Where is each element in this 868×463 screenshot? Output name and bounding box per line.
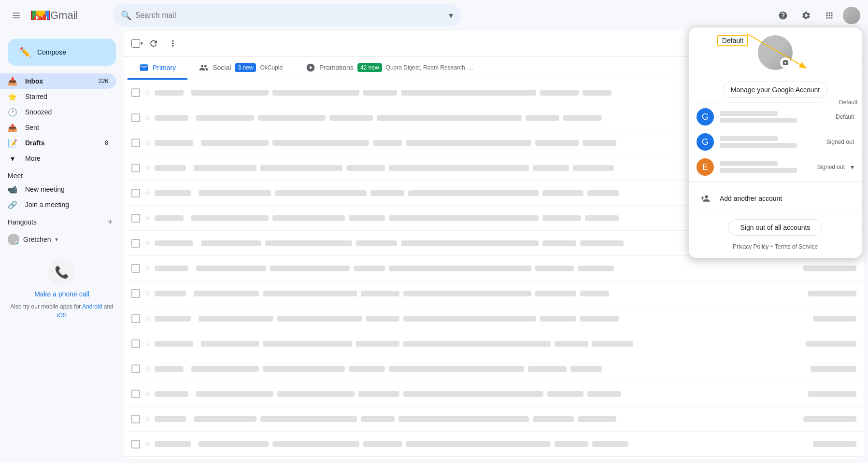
select-all-checkbox[interactable] [131,39,140,48]
privacy-link[interactable]: Privacy Policy [733,243,769,250]
row-checkbox[interactable] [131,314,140,323]
divider-2 [689,182,862,182]
row-star[interactable]: ☆ [144,113,151,122]
new-meeting-item[interactable]: 📹 New meeting [0,182,116,197]
add-account-item[interactable]: Add another account [689,184,862,213]
row-checkbox[interactable] [131,289,140,298]
row-star[interactable]: ☆ [144,414,151,423]
email-row[interactable]: ☆ [124,356,864,381]
row-checkbox[interactable] [131,339,140,348]
row-checkbox[interactable] [131,239,140,248]
acct-email-3 [720,168,797,173]
email-row[interactable]: ☆ [124,381,864,407]
account-item-3[interactable]: E Signed out ▾ [689,154,862,180]
tab-primary[interactable]: Primary [128,56,187,80]
account-avatar-large [758,35,793,70]
tab-social-label: Social [213,64,231,71]
sidebar-item-more[interactable]: ▾ More [0,151,116,166]
tab-social-sub: OkCupid [260,64,283,71]
account-item-1[interactable]: G Default [689,104,862,129]
row-star[interactable]: ☆ [144,138,151,147]
row-star[interactable]: ☆ [144,239,151,248]
hangout-user-item[interactable]: Gretchen ▾ [8,232,116,247]
row-star[interactable]: ☆ [144,439,151,449]
new-meeting-label: New meeting [25,185,65,193]
help-button[interactable] [773,6,793,25]
row-checkbox[interactable] [131,415,140,423]
row-star[interactable]: ☆ [144,289,151,298]
camera-icon[interactable] [780,57,791,68]
row-checkbox[interactable] [131,214,140,223]
compose-button[interactable]: ✏️ Compose [8,39,116,66]
sidebar-item-drafts[interactable]: 📝 Drafts 8 [0,135,116,151]
menu-button[interactable] [8,6,27,25]
manage-google-account-button[interactable]: Manage your Google Account [723,82,828,98]
account-dropdown: Manage your Google Account G Default G S… [688,27,862,258]
dropdown-footer: Privacy Policy • Terms of Service [689,239,862,258]
search-input[interactable] [135,11,445,20]
row-checkbox[interactable] [131,264,140,273]
join-meeting-item[interactable]: 🔗 Join a meeting [0,197,116,212]
apps-button[interactable] [820,6,839,25]
email-row[interactable]: ☆ [124,306,864,331]
acct-status-3: Signed out [817,164,845,170]
email-row[interactable]: ☆ [124,407,864,432]
acct-avatar-1: G [697,108,714,126]
hangout-user-name: Gretchen [23,236,51,243]
email-row[interactable]: ☆ [124,432,864,457]
search-options-icon[interactable]: ▾ [449,10,453,21]
topbar: Gmail 🔍 ▾ [0,0,868,31]
sidebar-item-sent[interactable]: 📤 Sent [0,120,116,135]
email-row[interactable]: ☆ [124,331,864,356]
row-checkbox[interactable] [131,390,140,398]
acct-avatar-2: G [697,133,714,151]
row-checkbox[interactable] [131,365,140,373]
row-checkbox[interactable] [131,440,140,449]
acct-info-1 [720,111,830,123]
more-actions-button[interactable] [164,35,182,52]
row-content [155,341,856,347]
dropdown-top [689,28,862,78]
acct-email-2 [720,143,797,148]
row-checkbox[interactable] [131,139,140,147]
row-checkbox[interactable] [131,113,140,122]
sign-out-button[interactable]: Sign out of all accounts [728,219,823,236]
android-link[interactable]: Android [82,303,102,310]
account-item-2[interactable]: G Signed out [689,129,862,154]
row-star[interactable]: ☆ [144,88,151,97]
email-row[interactable]: ☆ [124,457,864,459]
ios-link[interactable]: iOS [57,312,67,319]
row-checkbox[interactable] [131,189,140,197]
more-icon: ▾ [8,154,17,163]
phone-link[interactable]: Make a phone call [34,290,89,298]
email-row[interactable]: ☆ [124,256,864,281]
row-content [155,391,856,397]
refresh-button[interactable] [145,35,162,52]
sidebar-item-starred[interactable]: ⭐ Starred [0,89,116,104]
search-bar[interactable]: 🔍 ▾ [113,4,461,27]
tab-social[interactable]: Social 3 new OkCupid [187,56,294,80]
row-star[interactable]: ☆ [144,213,151,223]
sidebar-item-inbox[interactable]: 📥 Inbox 226 [0,73,116,89]
row-star[interactable]: ☆ [144,188,151,197]
row-checkbox[interactable] [131,164,140,172]
select-dropdown-icon[interactable]: ▾ [140,40,143,47]
join-meeting-icon: 🔗 [8,200,17,210]
compose-icon: ✏️ [19,46,31,58]
gmail-text: Gmail [50,9,78,22]
email-row[interactable]: ☆ [124,281,864,306]
row-star[interactable]: ☆ [144,264,151,273]
settings-button[interactable] [797,6,816,25]
tab-promotions[interactable]: Promotions 42 new Quora Digest, Roam Res… [294,56,484,80]
inbox-badge: 226 [99,78,108,84]
row-checkbox[interactable] [131,88,140,97]
row-star[interactable]: ☆ [144,389,151,398]
sidebar-item-snoozed[interactable]: 🕐 Snoozed [0,104,116,120]
row-star[interactable]: ☆ [144,314,151,323]
terms-link[interactable]: Terms of Service [775,243,818,250]
row-star[interactable]: ☆ [144,163,151,172]
row-star[interactable]: ☆ [144,364,151,373]
row-star[interactable]: ☆ [144,339,151,348]
account-avatar-button[interactable] [843,7,860,24]
add-hangout-button[interactable]: + [104,216,116,228]
